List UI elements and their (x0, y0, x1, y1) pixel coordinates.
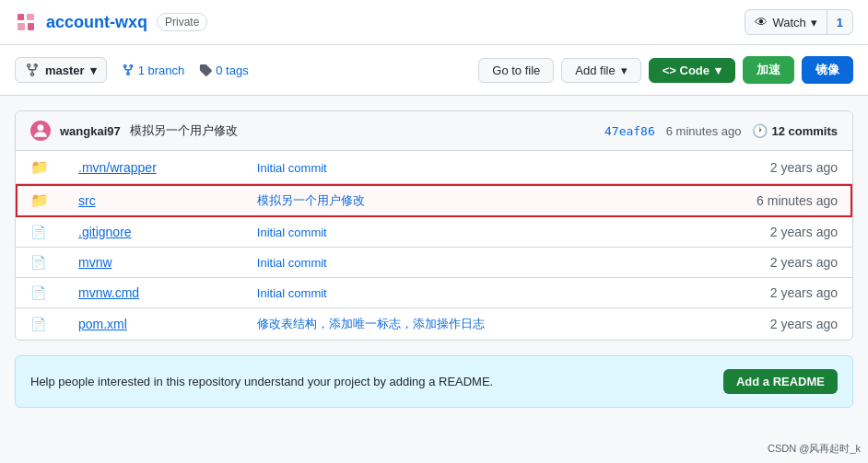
readme-banner: Help people interested in this repositor… (15, 355, 853, 408)
tag-count-label: 0 tags (216, 64, 248, 77)
file-commit-cell: Initial commit (242, 248, 669, 278)
file-name-cell: .gitignore (64, 217, 242, 248)
file-table: 📁 .mvn/wrapper Initial commit 2 years ag… (16, 151, 852, 340)
file-time-cell: 2 years ago (669, 308, 852, 341)
file-time-cell: 2 years ago (669, 151, 852, 184)
file-name-cell: .mvn/wrapper (64, 151, 242, 184)
watermark: CSDN @风再起时_k (768, 442, 861, 456)
branch-name: master (45, 64, 85, 77)
svg-rect-0 (18, 14, 24, 20)
file-time-cell: 2 years ago (669, 248, 852, 278)
add-readme-button[interactable]: Add a README (723, 369, 838, 394)
commit-hash[interactable]: 47eaf86 (604, 124, 655, 138)
file-time-cell: 2 years ago (669, 278, 852, 308)
file-name-link[interactable]: .mvn/wrapper (78, 160, 157, 175)
code-chevron-icon: ▾ (715, 64, 721, 77)
code-label: <> Code (663, 64, 710, 77)
commit-left: wangkai97 模拟另一个用户修改 (30, 121, 238, 141)
file-icon-cell: 📄 (16, 308, 64, 341)
file-commit-message: Initial commit (257, 286, 327, 300)
file-commit-cell: 模拟另一个用户修改 (242, 184, 669, 217)
file-commit-message: Initial commit (257, 161, 327, 175)
header-left: account-wxq Private (15, 11, 207, 33)
watch-count[interactable]: 1 (827, 11, 852, 34)
file-name-cell: pom.xml (64, 308, 242, 341)
commit-author[interactable]: wangkai97 (60, 124, 121, 138)
file-icon-cell: 📄 (16, 217, 64, 248)
file-icon-cell: 📄 (16, 248, 64, 278)
chevron-down-icon: ▾ (811, 16, 817, 29)
file-name-link[interactable]: .gitignore (78, 225, 132, 239)
file-name-link[interactable]: src (78, 193, 96, 208)
table-row: 📄 .gitignore Initial commit 2 years ago (16, 217, 852, 248)
file-icon-cell: 📄 (16, 278, 64, 308)
file-name-link[interactable]: mvnw (78, 255, 112, 270)
clock-icon: 🕐 (752, 123, 768, 138)
add-file-chevron-icon: ▾ (621, 64, 628, 77)
svg-rect-3 (28, 23, 34, 30)
code-button[interactable]: <> Code ▾ (649, 58, 735, 83)
readme-banner-text: Help people interested in this repositor… (30, 375, 493, 388)
commit-row: wangkai97 模拟另一个用户修改 47eaf86 6 minutes ag… (16, 111, 852, 151)
add-file-label: Add file (575, 64, 615, 77)
table-row: 📄 mvnw.cmd Initial commit 2 years ago (16, 278, 852, 308)
branch-info: 1 branch 0 tags (122, 64, 249, 77)
table-row: 📁 src 模拟另一个用户修改 6 minutes ago (16, 184, 852, 217)
table-row: 📄 mvnw Initial commit 2 years ago (16, 248, 852, 278)
file-doc-icon: 📄 (30, 225, 46, 239)
toolbar: master ▾ 1 branch 0 tags Go to file Add … (0, 45, 868, 96)
branch-icon (25, 63, 40, 77)
watch-button-main: 👁 Watch ▾ (745, 10, 827, 34)
branch-count-label: 1 branch (138, 64, 185, 77)
file-time-cell: 2 years ago (669, 217, 852, 248)
avatar (30, 121, 51, 141)
add-file-button[interactable]: Add file ▾ (561, 58, 640, 83)
svg-rect-2 (18, 23, 25, 30)
tag-icon (199, 64, 212, 76)
jia-su-button[interactable]: 加速 (743, 56, 794, 84)
watch-button[interactable]: 👁 Watch ▾ 1 (745, 9, 853, 35)
file-name-cell: mvnw (64, 248, 242, 278)
file-commit-message: Initial commit (257, 226, 327, 239)
file-commit-cell: Initial commit (242, 278, 669, 308)
main-content: wangkai97 模拟另一个用户修改 47eaf86 6 minutes ag… (15, 110, 853, 341)
file-commit-message: 模拟另一个用户修改 (257, 193, 365, 207)
commit-message: 模拟另一个用户修改 (130, 122, 238, 139)
file-doc-icon: 📄 (30, 255, 46, 270)
toolbar-left: master ▾ 1 branch 0 tags (15, 57, 249, 83)
file-commit-cell: 修改表结构，添加唯一标志，添加操作日志 (242, 308, 669, 341)
file-name-link[interactable]: mvnw.cmd (78, 285, 139, 300)
commits-link[interactable]: 🕐 12 commits (752, 123, 838, 138)
watch-label: Watch (772, 16, 805, 29)
file-name-link[interactable]: pom.xml (78, 317, 127, 331)
file-commit-cell: Initial commit (242, 151, 669, 184)
file-icon-cell: 📁 (16, 184, 64, 217)
commit-right: 47eaf86 6 minutes ago 🕐 12 commits (604, 123, 838, 138)
repo-name[interactable]: account-wxq (46, 13, 147, 32)
file-icon-cell: 📁 (16, 151, 64, 184)
file-commit-cell: Initial commit (242, 217, 669, 248)
svg-rect-1 (27, 14, 34, 20)
commits-count: 12 commits (771, 124, 838, 138)
branch-count-link[interactable]: 1 branch (122, 64, 185, 77)
file-doc-icon: 📄 (30, 285, 46, 300)
toolbar-right: Go to file Add file ▾ <> Code ▾ 加速 镜像 (478, 56, 853, 84)
file-time-cell: 6 minutes ago (669, 184, 852, 217)
branch-selector[interactable]: master ▾ (15, 57, 107, 83)
commit-time: 6 minutes ago (666, 124, 742, 138)
table-row: 📄 pom.xml 修改表结构，添加唯一标志，添加操作日志 2 years ag… (16, 308, 852, 341)
file-commit-message: Initial commit (257, 256, 327, 270)
go-to-file-button[interactable]: Go to file (478, 58, 554, 83)
file-doc-icon: 📄 (30, 317, 46, 331)
eye-icon: 👁 (755, 15, 768, 29)
table-row: 📁 .mvn/wrapper Initial commit 2 years ag… (16, 151, 852, 184)
tag-count-link[interactable]: 0 tags (199, 64, 248, 77)
file-commit-message: 修改表结构，添加唯一标志，添加操作日志 (257, 317, 485, 330)
file-name-cell: src (64, 184, 242, 217)
file-name-cell: mvnw.cmd (64, 278, 242, 308)
branch-dropdown-icon: ▾ (90, 64, 97, 77)
branch-count-icon (122, 64, 135, 76)
folder-icon: 📁 (30, 192, 49, 208)
jing-xiang-button[interactable]: 镜像 (802, 56, 853, 84)
folder-icon: 📁 (30, 159, 49, 175)
